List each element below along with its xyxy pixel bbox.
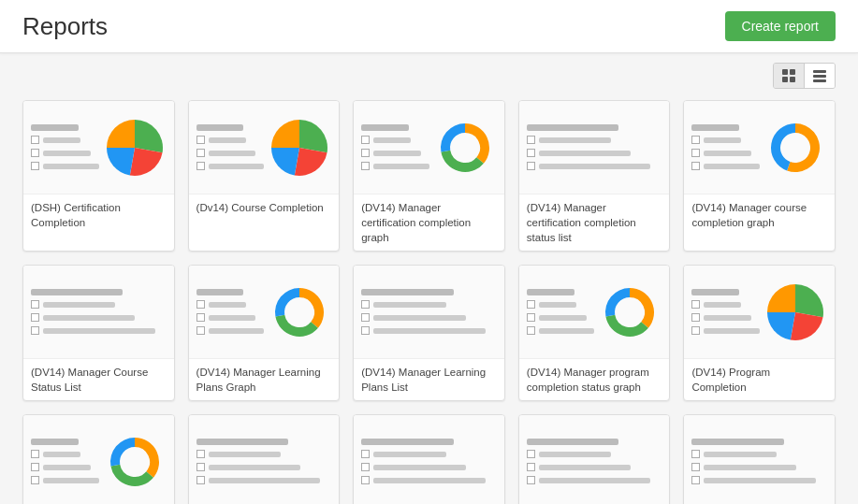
pie-chart	[763, 281, 827, 344]
pie-chart	[268, 116, 331, 180]
row-checkbox	[31, 450, 39, 458]
card-label: (DV14) Manager Learning Plans List	[354, 359, 504, 400]
svg-rect-1	[790, 69, 795, 75]
card-label: (DV14) Manager Course Status List	[23, 359, 174, 400]
row-checkbox	[691, 326, 700, 335]
page-title: Reports	[22, 12, 108, 41]
card-label: (DSH) Certification Completion	[23, 194, 174, 236]
card-preview	[684, 266, 835, 359]
card-label: (DV14) Manager certification completion …	[519, 194, 670, 251]
card-lines	[196, 289, 269, 335]
report-card[interactable]: (Dv14) Top Courses	[353, 414, 505, 504]
row-checkbox	[527, 313, 535, 322]
card-preview	[684, 101, 835, 194]
card-lines	[691, 439, 827, 484]
card-preview	[354, 266, 504, 359]
card-label: (DV14) Manager certification completion …	[354, 194, 504, 251]
card-preview	[519, 101, 670, 194]
report-card[interactable]: (DV14) Manager certification completion …	[518, 100, 671, 252]
grid-view-button[interactable]	[774, 64, 805, 88]
card-preview	[354, 415, 504, 504]
row-checkbox	[691, 450, 700, 458]
card-preview	[189, 415, 340, 504]
row-checkbox	[527, 136, 535, 144]
row-checkbox	[691, 476, 700, 484]
row-checkbox	[691, 162, 700, 170]
card-lines	[691, 124, 763, 170]
card-lines	[196, 439, 332, 484]
svg-rect-2	[782, 77, 788, 82]
row-checkbox	[691, 136, 700, 144]
create-report-button[interactable]: Create report	[725, 11, 836, 41]
svg-rect-4	[813, 70, 826, 73]
report-card[interactable]: (DV14) Manager Course Status List	[22, 265, 175, 401]
report-card[interactable]: (Dv14) Course Completion	[188, 100, 341, 252]
row-checkbox	[31, 313, 39, 322]
donut-chart	[433, 116, 497, 180]
row-checkbox	[31, 300, 39, 309]
report-card[interactable]: (DV14) Seminar Registration List	[188, 414, 341, 504]
row-checkbox	[196, 149, 205, 157]
card-preview	[23, 266, 174, 359]
donut-chart	[598, 281, 662, 344]
row-checkbox	[196, 476, 205, 484]
row-checkbox	[196, 300, 205, 309]
row-checkbox	[527, 450, 535, 458]
card-label: (DV14) Manager program completion status…	[519, 359, 670, 400]
card-lines	[691, 289, 763, 335]
row-checkbox	[527, 326, 535, 335]
donut-chart	[103, 430, 167, 494]
card-lines	[361, 439, 497, 484]
card-label: (DV14) Manager course completion graph	[684, 194, 835, 236]
report-card[interactable]: (DSH) Certification Completion	[22, 100, 175, 252]
row-checkbox	[527, 300, 535, 309]
row-checkbox	[196, 450, 205, 458]
report-card[interactable]: (SST) Reno Course Completion (Group...)	[683, 414, 836, 504]
row-checkbox	[196, 326, 205, 335]
card-preview	[189, 266, 340, 359]
card-lines	[361, 289, 497, 335]
svg-rect-0	[782, 69, 788, 75]
report-card[interactable]: (DV14) Manager certification completion …	[353, 100, 505, 252]
report-card[interactable]: (DV14) Manager program completion status…	[518, 265, 671, 401]
page-header: Reports Create report	[0, 0, 858, 53]
row-checkbox	[527, 463, 535, 471]
view-toolbar	[0, 53, 858, 93]
row-checkbox	[361, 136, 370, 144]
report-card[interactable]: (DV14) Manager Learning Plans List	[353, 265, 505, 401]
row-checkbox	[361, 162, 370, 170]
row-checkbox	[361, 149, 370, 157]
row-checkbox	[361, 450, 370, 458]
report-card[interactable]: (DV4) Manager Program Completion List	[518, 414, 671, 504]
card-preview	[23, 101, 174, 194]
row-checkbox	[31, 476, 39, 484]
row-checkbox	[691, 300, 700, 309]
view-toggle-group	[773, 63, 836, 89]
card-lines	[527, 124, 662, 170]
report-card[interactable]: (DV14) Program Completion	[683, 265, 836, 401]
list-view-button[interactable]	[805, 64, 835, 88]
card-preview	[354, 101, 504, 194]
row-checkbox	[196, 313, 205, 322]
card-lines	[527, 439, 662, 484]
donut-chart	[268, 281, 331, 344]
card-lines	[31, 289, 167, 335]
card-preview	[684, 415, 835, 504]
report-card[interactable]: (DV14) Seminar Registration Graph	[22, 414, 175, 504]
reports-grid: (DSH) Certification Completion (Dv14) Co…	[0, 93, 858, 504]
report-card[interactable]: (DV14) Manager Learning Plans Graph	[188, 265, 341, 401]
row-checkbox	[527, 476, 535, 484]
svg-rect-5	[813, 75, 826, 78]
row-checkbox	[196, 162, 205, 170]
row-checkbox	[691, 149, 700, 157]
grid-icon	[781, 68, 796, 83]
row-checkbox	[361, 326, 370, 335]
row-checkbox	[691, 463, 700, 471]
row-checkbox	[31, 162, 39, 170]
row-checkbox	[31, 136, 39, 144]
svg-rect-3	[790, 77, 795, 82]
row-checkbox	[361, 476, 370, 484]
card-label: (Dv14) Course Completion	[189, 194, 340, 221]
report-card[interactable]: (DV14) Manager course completion graph	[683, 100, 836, 252]
list-icon	[812, 68, 827, 83]
